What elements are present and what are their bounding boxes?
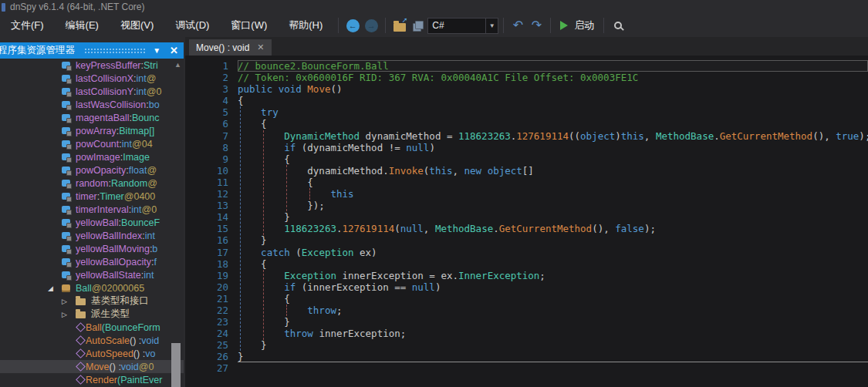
drag-grip[interactable]: [84, 48, 145, 55]
code-line-12[interactable]: 12 this: [185, 188, 868, 200]
code-line-9[interactable]: 9 {: [185, 153, 868, 165]
search-button[interactable]: [609, 16, 627, 35]
panel-close-icon[interactable]: ✕: [170, 45, 178, 56]
line-number: 2: [185, 72, 228, 83]
app-icon: [2, 3, 5, 12]
code-line-3[interactable]: 3public void Move(): [185, 83, 868, 95]
line-content: {: [238, 118, 868, 130]
tree-item-powimage[interactable]: powImage : Image: [0, 150, 184, 163]
tab-move-void[interactable]: Move() : void ✕: [189, 39, 272, 56]
code-line-23[interactable]: 23 }: [185, 316, 868, 328]
code-editor[interactable]: 1// bounce2.BounceForm.Ball2// Token: 0x…: [185, 56, 868, 387]
code-line-19[interactable]: 19 Exception innerException = ex.InnerEx…: [185, 270, 868, 281]
code-line-6[interactable]: 6 {: [185, 118, 868, 130]
field-icon: [62, 193, 70, 200]
code-line-5[interactable]: 5 try: [185, 106, 868, 118]
token: ,: [424, 223, 435, 234]
tree-item-magentaball[interactable]: magentaBall : Bounc: [0, 111, 184, 124]
code-line-7[interactable]: 7 DynamicMethod dynamicMethod = 11862326…: [185, 130, 868, 142]
expander-collapsed-icon[interactable]: ▷: [62, 298, 76, 305]
tree-item-autoscale[interactable]: AutoScale() : void: [0, 334, 184, 347]
menu-item-debug[interactable]: 调试(D): [164, 17, 220, 34]
tree-item-lastcollisiony[interactable]: lastCollisionY : int @0: [0, 85, 184, 98]
code-line-11[interactable]: 11 {: [185, 177, 868, 188]
token: int: [137, 86, 147, 97]
code-line-17[interactable]: 17 catch (Exception ex): [185, 247, 868, 258]
code-line-27[interactable]: 27: [185, 362, 868, 374]
tree-item-yellowballopacity[interactable]: yellowBallOpacity : f: [0, 255, 184, 268]
tree-item-派生类型[interactable]: ▷派生类型: [0, 308, 184, 321]
code-line-25[interactable]: 25 }: [185, 339, 868, 351]
token: () :: [133, 348, 145, 359]
tree-item-powcount[interactable]: powCount : int @04: [0, 137, 184, 150]
scrollbar-up-icon[interactable]: ▲: [174, 61, 181, 69]
menu-item-file[interactable]: 文件(F): [0, 17, 55, 34]
code-line-1[interactable]: 1// bounce2.BounceForm.Ball: [185, 60, 868, 72]
tree-item-yellowballstate[interactable]: yellowBallState : int: [0, 268, 184, 281]
tree-item-keypressbuffer[interactable]: keyPressBuffer : Stri: [0, 59, 184, 72]
tree-item-random[interactable]: random : Random @: [0, 177, 184, 190]
tree-item-timerinterval[interactable]: timerInterval : int @0: [0, 203, 184, 216]
code-line-2[interactable]: 2// Token: 0x0600016F RID: 367 RVA: 0x00…: [185, 72, 868, 83]
field-icon: [62, 75, 70, 82]
tree-item-基类型和接口[interactable]: ▷基类型和接口: [0, 294, 184, 308]
line-content: throw innerException;: [238, 328, 868, 339]
code-line-21[interactable]: 21 {: [185, 293, 868, 305]
line-number: 27: [185, 362, 228, 374]
tree-item-lastcollisionx[interactable]: lastCollisionX : int @: [0, 72, 184, 85]
menu-item-view[interactable]: 视图(V): [110, 17, 164, 34]
line-content: if (innerException == null): [238, 281, 868, 293]
tree-item-ball[interactable]: ◢Ball @02000065: [0, 281, 184, 294]
expander-expanded-icon[interactable]: ◢: [48, 284, 62, 292]
undo-button[interactable]: ↶: [508, 16, 527, 35]
navigate-back-button[interactable]: ←: [343, 16, 362, 35]
save-all-button[interactable]: [409, 16, 427, 35]
code-line-26[interactable]: 26}: [185, 351, 868, 362]
code-line-16[interactable]: 16 }: [185, 234, 868, 246]
tree-item-yellowballindex[interactable]: yellowBallIndex : int: [0, 229, 184, 242]
code-line-4[interactable]: 4{: [185, 95, 868, 106]
start-button[interactable]: 启动: [556, 19, 599, 32]
code-line-13[interactable]: 13 });: [185, 200, 868, 211]
navigate-forward-button[interactable]: →: [362, 16, 380, 35]
token: (PaintEver: [117, 375, 162, 385]
assembly-tree: keyPressBuffer : StrilastCollisionX : in…: [0, 59, 184, 387]
tree-item-yellowball[interactable]: yellowBall : BounceF: [0, 216, 184, 229]
tree-item-move[interactable]: Move() : void @0: [0, 360, 184, 373]
expander-collapsed-icon[interactable]: ▷: [62, 311, 76, 318]
tree-item-powarray[interactable]: powArray : Bitmap[]: [0, 124, 184, 137]
code-line-15[interactable]: 15 118623263.127619114(null, MethodBase.…: [185, 223, 868, 234]
open-file-button[interactable]: [390, 16, 409, 35]
line-number: 15: [185, 223, 228, 234]
code-line-14[interactable]: 14 }: [185, 211, 868, 223]
tree-item-render[interactable]: Render(PaintEver: [0, 373, 184, 386]
redo-button[interactable]: ↷: [527, 16, 545, 35]
line-content: Exception innerException = ex.InnerExcep…: [238, 270, 868, 281]
language-select[interactable]: C# ▼: [427, 18, 498, 34]
tree-scrollbar-thumb[interactable]: [171, 343, 181, 387]
menu-item-help[interactable]: 帮助(H): [278, 17, 333, 34]
code-line-18[interactable]: 18 {: [185, 258, 868, 270]
code-line-8[interactable]: 8 if (dynamicMethod != null): [185, 142, 868, 153]
line-number: 6: [185, 118, 228, 130]
chevron-down-icon[interactable]: ▼: [485, 19, 498, 33]
token: {: [238, 118, 267, 130]
tree-item-powopacity[interactable]: powOpacity : float @: [0, 163, 184, 177]
tree-item-timer[interactable]: timer : Timer @0400: [0, 190, 184, 203]
line-number: 25: [185, 339, 228, 351]
class-icon: [62, 284, 70, 292]
code-line-20[interactable]: 20 if (innerException == null): [185, 281, 868, 293]
token: @04: [132, 139, 153, 150]
panel-menu-chevron-icon[interactable]: ▼: [153, 46, 160, 55]
tree-item-ball[interactable]: Ball(BounceForm: [0, 321, 184, 334]
tree-item-yellowballmoving[interactable]: yellowBallMoving : b: [0, 242, 184, 255]
tab-close-icon[interactable]: ✕: [257, 42, 264, 52]
code-line-10[interactable]: 10 dynamicMethod.Invoke(this, new object…: [185, 165, 868, 177]
token: @02000065: [92, 283, 144, 294]
code-line-24[interactable]: 24 throw innerException;: [185, 328, 868, 339]
code-line-22[interactable]: 22 throw;: [185, 305, 868, 316]
tree-item-lastwascollision[interactable]: lastWasCollision : bo: [0, 98, 184, 111]
menu-item-edit[interactable]: 编辑(E): [55, 17, 110, 34]
menu-item-window[interactable]: 窗口(W): [220, 17, 278, 34]
tree-item-autospeed[interactable]: AutoSpeed() : vo: [0, 347, 184, 360]
